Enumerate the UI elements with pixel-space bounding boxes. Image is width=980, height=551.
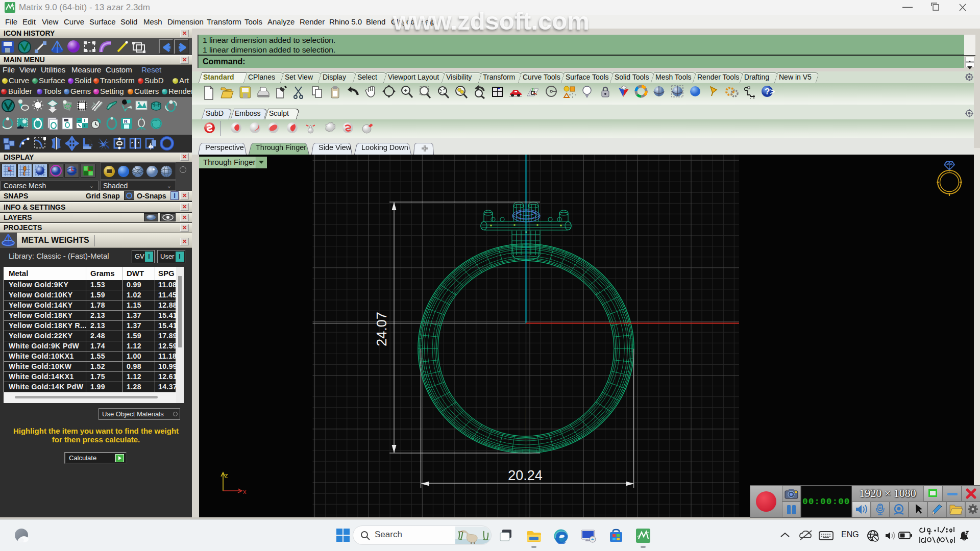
- svg-text:24.07: 24.07: [374, 312, 389, 346]
- svg-text:x: x: [243, 488, 247, 495]
- svg-text:z: z: [225, 471, 228, 479]
- svg-text:?>: ?>: [765, 87, 775, 96]
- svg-text:R: R: [124, 119, 128, 124]
- svg-text:20.24: 20.24: [508, 468, 543, 483]
